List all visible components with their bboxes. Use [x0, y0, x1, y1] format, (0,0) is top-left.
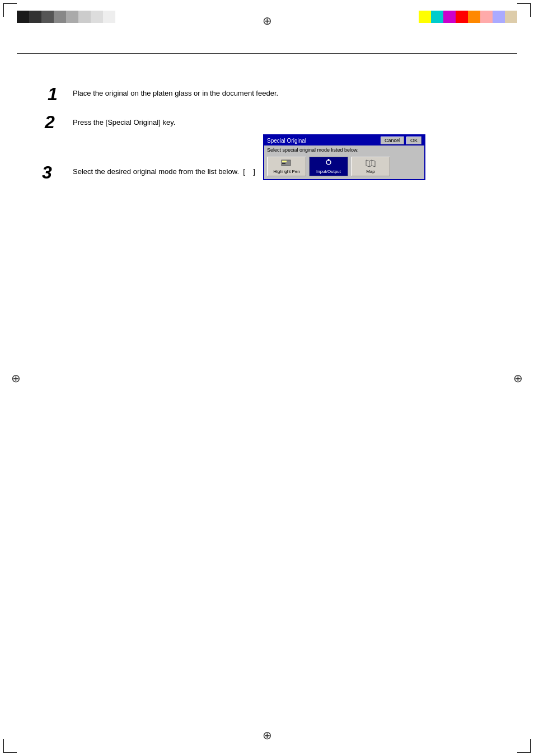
right-crosshair: ⊕ [513, 372, 523, 385]
swatch-mgray [54, 11, 66, 23]
step-3-bracket: [ ] [241, 167, 255, 176]
left-crosshair: ⊕ [11, 372, 21, 385]
swatch-tan [505, 11, 517, 23]
swatch-pink [480, 11, 493, 23]
bottom-crosshair: ⊕ [263, 729, 272, 742]
right-color-strip [419, 11, 517, 23]
step-2-text: Press the [Special Original] key. [73, 118, 175, 128]
step-3-number: 3 [42, 162, 52, 183]
step-3-text: Select the desired original mode from th… [73, 167, 255, 177]
step-3-text-content: Select the desired original mode from th… [73, 167, 239, 176]
svg-marker-6 [366, 160, 375, 167]
swatch-magenta [443, 11, 456, 23]
dialog-item-input-output[interactable]: Input/Output [309, 157, 348, 176]
swatch-red [456, 11, 468, 23]
highlight-pen-icon [281, 159, 292, 168]
svg-point-5 [328, 159, 330, 160]
dialog-cancel-button[interactable]: Cancel [381, 137, 404, 144]
swatch-white [103, 11, 115, 23]
dialog-item-highlight-pen[interactable]: Highlight Pen [267, 157, 306, 176]
swatch-orange [468, 11, 480, 23]
input-output-label: Input/Output [316, 169, 341, 174]
step-1-number: 1 [48, 84, 58, 105]
step-2-number: 2 [45, 112, 55, 133]
dialog-item-map[interactable]: Map [351, 157, 390, 176]
dialog-subtitle: Select special original mode listed belo… [264, 145, 424, 154]
left-color-strip [17, 11, 115, 23]
map-label: Map [366, 169, 375, 174]
swatch-yellow [419, 11, 431, 23]
header-rule [17, 53, 517, 54]
grayscale-swatches [17, 11, 115, 23]
swatch-black [17, 11, 29, 23]
swatch-dgray [41, 11, 54, 23]
dialog-content: Highlight Pen Input/Output [264, 154, 424, 179]
dialog-top-buttons[interactable]: Cancel OK [381, 137, 421, 144]
top-bar: ⊕ [0, 0, 534, 34]
corner-mark-bl [3, 739, 17, 753]
highlight-pen-label: Highlight Pen [273, 169, 300, 174]
dialog-title-bar: Special Original Cancel OK [264, 135, 424, 145]
swatch-vlgray [78, 11, 91, 23]
input-output-icon [323, 159, 334, 168]
svg-rect-1 [282, 161, 287, 162]
step-1-text: Place the original on the platen glass o… [73, 88, 278, 98]
color-swatches [419, 11, 517, 23]
svg-rect-2 [282, 163, 285, 164]
swatch-cyan [431, 11, 443, 23]
dialog-ok-button[interactable]: OK [406, 137, 421, 144]
map-icon [365, 159, 376, 168]
swatch-lgray [66, 11, 78, 23]
swatch-dark [29, 11, 41, 23]
corner-mark-br [517, 739, 531, 753]
swatch-white2 [91, 11, 103, 23]
special-original-dialog: Special Original Cancel OK Select specia… [263, 134, 425, 180]
dialog-title: Special Original [267, 138, 306, 144]
top-crosshair: ⊕ [263, 14, 272, 27]
swatch-lavender [493, 11, 505, 23]
